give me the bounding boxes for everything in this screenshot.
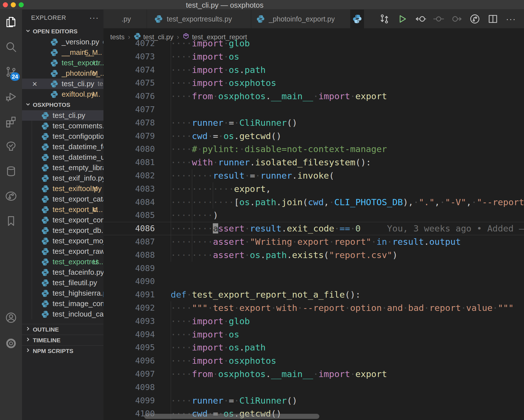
open-editor-item[interactable]: __main__....5, M (22, 47, 103, 58)
tree-item[interactable]: test_empty_library_... (22, 163, 103, 173)
activity-item-bookmark-icon[interactable] (0, 209, 22, 233)
activity-item-test-explorer-icon[interactable] (0, 134, 22, 159)
indent-guide-icon (171, 169, 171, 182)
tree-item[interactable]: test_datetime_form... (22, 142, 103, 152)
run-circle-icon[interactable] (466, 11, 484, 27)
whitespace-dot: · (224, 395, 229, 406)
whitespace-dot: · (382, 303, 387, 313)
step-back-icon[interactable] (412, 11, 430, 27)
open-editor-item[interactable]: test_exportr...U (22, 58, 103, 68)
activity-item-account-icon[interactable] (0, 305, 22, 330)
step-over-icon[interactable] (430, 11, 448, 27)
tree-item[interactable]: test_export_c...M (22, 204, 103, 215)
tree-item[interactable]: test_export_raw_ca... (22, 246, 103, 257)
tree-item[interactable]: test_export_catalin... (22, 194, 103, 204)
open-editor-item[interactable]: ×test_cli.pytests (22, 79, 103, 89)
code-token: with (192, 157, 213, 167)
tree-item[interactable]: test_export_mojave... (22, 236, 103, 246)
line-content: ····runner·=·CliRunner() (171, 116, 524, 129)
section-npm-scripts[interactable]: NPM SCRIPTS (22, 345, 103, 356)
tree-item[interactable]: test_export_db.py (22, 225, 103, 236)
split-editor-icon[interactable] (484, 11, 502, 27)
whitespace-dot: · (192, 223, 197, 233)
line-number: 4076 (103, 90, 171, 103)
activity-item-extensions-icon[interactable] (0, 109, 22, 134)
more-actions-icon[interactable]: ··· (502, 11, 520, 27)
code-token: value (466, 303, 492, 313)
tree-item[interactable]: test_datetime_utils.... (22, 152, 103, 163)
whitespace-dot: · (202, 223, 208, 233)
compare-changes-icon[interactable] (375, 11, 393, 27)
whitespace-dot: · (176, 38, 181, 48)
project-section: OSXPHOTOS test_cli.pytest_comments.pytes… (22, 99, 103, 319)
tree-item[interactable]: test_cli.py (22, 110, 103, 121)
traffic-light-zoom[interactable] (19, 2, 24, 7)
indent-guide-icon (192, 248, 192, 262)
code-token: getcwd (239, 131, 271, 141)
python-interpreter-button[interactable] (350, 10, 364, 28)
tab-test-exportresults-py[interactable]: test_exportresults.py (147, 10, 251, 28)
project-header[interactable]: OSXPHOTOS (22, 99, 103, 110)
tree-item[interactable]: test_export_conver... (22, 215, 103, 225)
tab--py[interactable]: .py (103, 10, 147, 28)
activity-item-settings-gear-icon[interactable] (0, 331, 22, 356)
tree-item[interactable]: test_highsierra.py (22, 288, 103, 298)
open-editor-item[interactable]: exiftool.py...M (22, 89, 103, 99)
run-icon[interactable] (393, 11, 412, 27)
tab--photoinfo-export-py[interactable]: _photoinfo_export.py (251, 10, 350, 28)
activity-item-database-icon[interactable] (0, 159, 22, 184)
horizontal-scrollbar[interactable] (144, 414, 319, 419)
whitespace-dot: · (176, 237, 181, 247)
tree-item[interactable]: test_incloud_catali... (22, 309, 103, 319)
git-blame-annotation: You, 3 weeks ago • Added — (387, 223, 524, 233)
python-icon (50, 80, 58, 88)
tree-item[interactable]: test_fileutil.py (22, 278, 103, 288)
activity-item-search-icon[interactable] (0, 34, 22, 59)
activity-item-git-graph-icon[interactable] (0, 184, 22, 209)
code-token: "report.csv" (329, 250, 392, 260)
open-editors-header[interactable]: OPEN EDITORS (22, 26, 103, 37)
step-out-icon[interactable] (448, 11, 466, 27)
section-timeline[interactable]: TIMELINE (22, 335, 103, 345)
file-name: test_export_db.py (53, 226, 103, 235)
traffic-light-close[interactable] (3, 2, 8, 7)
whitespace-dot: · (234, 303, 239, 313)
tree-item[interactable]: test_configoptions.... (22, 131, 103, 142)
code-token: osxphotos (229, 78, 276, 88)
whitespace-dot: · (192, 210, 197, 220)
code-editor[interactable]: 4072····import·glob4073····import·os4074… (103, 37, 524, 420)
file-name: test_image_convert... (53, 299, 103, 308)
activity-item-run-debug-icon[interactable] (0, 84, 22, 109)
open-editor-item[interactable]: _photoinfo_...M (22, 68, 103, 79)
whitespace-dot: · (181, 197, 187, 207)
whitespace-dot: · (171, 38, 176, 48)
tree-item[interactable]: test_comments.py (22, 121, 103, 131)
tree-item[interactable]: test_exiftool.pyM (22, 183, 103, 194)
tree-item[interactable]: test_exif_info.py (22, 173, 103, 183)
code-token: os (250, 250, 260, 260)
file-name: _version.py (62, 38, 99, 46)
line-number: 4072 (103, 37, 171, 50)
tree-item[interactable]: test_faceinfo.py (22, 267, 103, 278)
activity-item-source-control-icon[interactable]: 24 (0, 59, 22, 84)
whitespace-dot: · (176, 118, 181, 128)
line-content: ····import·osxphotos (171, 354, 524, 367)
traffic-light-minimize[interactable] (11, 2, 16, 7)
python-icon (41, 195, 49, 203)
tree-item[interactable]: test_exportres...U (22, 257, 103, 267)
open-editor-item[interactable]: _version.pyosxp... (22, 37, 103, 47)
close-icon[interactable]: × (32, 79, 37, 89)
files-icon (5, 16, 17, 28)
code-token: . (266, 369, 271, 379)
indent-guide-icon (171, 301, 171, 315)
python-icon (50, 59, 58, 67)
explorer-more-icon[interactable]: ··· (89, 13, 99, 22)
whitespace-dot: · (176, 65, 181, 75)
code-token: assert (213, 237, 244, 247)
section-outline[interactable]: OUTLINE (22, 324, 103, 335)
whitespace-dot: · (208, 184, 213, 194)
tree-item[interactable]: test_image_convert... (22, 298, 103, 309)
python-icon (41, 258, 49, 266)
activity-item-files-icon[interactable] (0, 10, 22, 34)
indent-guide-icon (171, 103, 171, 116)
